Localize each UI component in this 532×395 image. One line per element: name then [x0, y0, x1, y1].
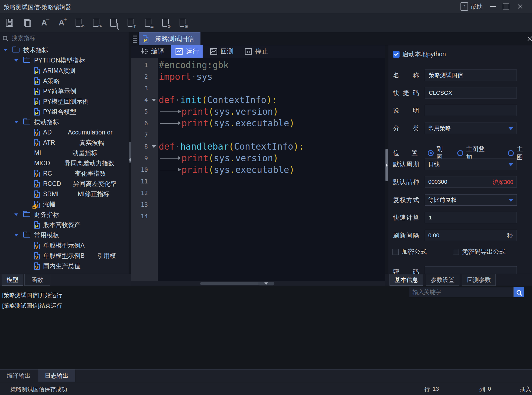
code-line[interactable]: def·init(ContextInfo): — [159, 94, 385, 106]
editor-hscrollbar[interactable] — [131, 281, 385, 286]
run-settings-icon[interactable]: ⚙ — [179, 18, 187, 28]
export-icon[interactable]: ↑ — [127, 18, 135, 28]
code-line[interactable]: print(sys.version) — [159, 152, 385, 164]
editor-tab[interactable]: P 策略测试国信 — [139, 32, 200, 45]
tree-item[interactable]: MI动量指标 — [0, 148, 129, 158]
keyword-search-button[interactable] — [514, 287, 524, 297]
password-field[interactable] — [425, 266, 517, 274]
radio-sub-chart[interactable] — [428, 150, 434, 156]
run-button[interactable]: 运行 — [171, 45, 203, 58]
tree-item[interactable]: PA策略 — [0, 76, 129, 86]
expand-arrow-icon[interactable] — [14, 213, 18, 216]
code-line[interactable] — [159, 129, 385, 141]
expand-arrow-icon[interactable] — [14, 121, 18, 123]
adjust-dropdown[interactable]: 等比前复权 — [425, 194, 517, 206]
find-in-file-icon[interactable] — [109, 18, 118, 28]
code-line[interactable] — [159, 187, 385, 199]
panel-splitter[interactable] — [385, 45, 388, 274]
sidebar-splitter[interactable] — [129, 32, 131, 274]
fold-arrow-icon[interactable] — [152, 99, 156, 101]
tree-folder[interactable]: 摆动指标 — [0, 117, 129, 127]
compile-settings-icon[interactable]: ⚙ — [161, 18, 170, 28]
tree-item[interactable]: V国内生产总值 — [0, 261, 129, 271]
tree-item[interactable]: V单股模型示例A — [0, 240, 129, 251]
radio-main-chart[interactable] — [508, 150, 514, 156]
font-decrease-icon[interactable]: A− — [40, 18, 48, 28]
code-line[interactable] — [159, 199, 385, 210]
tab-log-output[interactable]: 日志输出 — [38, 370, 75, 382]
quick-calc-field[interactable] — [425, 212, 517, 223]
fold-arrow-icon[interactable] — [152, 145, 156, 148]
tree-item[interactable]: PARIMA预测 — [0, 65, 129, 76]
code-line[interactable]: #encoding:gbk — [159, 59, 385, 71]
code-line[interactable]: print(sys.executable) — [159, 117, 385, 129]
description-input[interactable] — [428, 107, 513, 114]
tab-model[interactable]: 模型 — [2, 274, 23, 286]
local-python-checkbox[interactable] — [393, 51, 400, 58]
save-icon[interactable] — [5, 18, 14, 28]
indicator-search-input[interactable] — [11, 34, 126, 42]
backtest-button[interactable]: 回测 — [206, 45, 237, 58]
code-line[interactable] — [159, 210, 385, 222]
tree-item[interactable]: PPY组合模型 — [0, 107, 129, 117]
compile-button[interactable]: 编译 — [137, 45, 168, 58]
tree-folder[interactable]: 常用模板 — [0, 230, 129, 240]
tabbar-grip-icon[interactable] — [133, 35, 137, 43]
minimize-button[interactable] — [487, 0, 499, 13]
symbol-field[interactable]: 000300 沪深300 — [425, 176, 517, 187]
code-line[interactable]: print(sys.version) — [159, 106, 385, 117]
code-line[interactable] — [159, 176, 385, 187]
stop-button[interactable]: 停止 — [241, 45, 272, 58]
export-protect-checkbox[interactable] — [453, 249, 459, 255]
shortcut-input[interactable] — [428, 89, 513, 96]
encrypt-checkbox[interactable] — [392, 249, 399, 255]
font-increase-icon[interactable]: A+ — [57, 18, 66, 28]
expand-arrow-icon[interactable] — [14, 59, 18, 62]
tree-item[interactable]: P股本营收资产 — [0, 220, 129, 230]
code-lines[interactable]: #encoding:gbkimport·sysdef·init(ContextI… — [158, 58, 385, 281]
close-window-button[interactable] — [514, 0, 526, 13]
tree-item[interactable]: VATR真实波幅 — [0, 137, 129, 148]
tab-function[interactable]: 函数 — [24, 274, 50, 286]
tree-item[interactable]: PPY模型回测示例 — [0, 96, 129, 107]
tree-item[interactable]: VRC变化率指数 — [0, 168, 129, 179]
period-dropdown[interactable]: 日线 — [425, 159, 517, 170]
tab-backtest-params[interactable]: 回测参数 — [462, 274, 496, 286]
tree-folder[interactable]: PYTHON模型指标 — [0, 55, 129, 65]
tree-item[interactable]: PPY简单示例 — [0, 86, 129, 96]
keyword-search-input[interactable] — [412, 289, 511, 296]
name-input[interactable] — [428, 72, 513, 79]
tree-item[interactable]: V单股模型示例B引用模 — [0, 251, 129, 261]
tree-item[interactable]: V涨幅 — [0, 199, 129, 209]
collapse-left-icon[interactable] — [129, 158, 131, 162]
maximize-button[interactable] — [500, 0, 512, 13]
radio-main-overlay[interactable] — [457, 150, 463, 156]
tree-folder[interactable]: 财务指标 — [0, 209, 129, 220]
expand-arrow-icon[interactable] — [3, 49, 8, 51]
tree-item[interactable]: VSRMIMI修正指标 — [0, 189, 129, 199]
password-input[interactable] — [428, 268, 513, 274]
refresh-field[interactable]: 0.00 秒 — [425, 230, 517, 241]
code-line[interactable]: def·handlebar(ContextInfo): — [159, 141, 385, 152]
collapse-bottom-icon[interactable] — [258, 282, 274, 285]
tab-parameter-settings[interactable]: 参数设置 — [426, 274, 459, 286]
tab-basic-info[interactable]: 基本信息 — [390, 274, 423, 286]
description-field[interactable] — [425, 105, 517, 116]
undo-icon[interactable]: ↶ — [75, 18, 83, 28]
tree-item[interactable]: MICD异同离差动力指数 — [0, 158, 129, 168]
code-line[interactable] — [159, 83, 385, 94]
name-field[interactable] — [425, 70, 517, 81]
snippet-icon[interactable]: ≡ — [144, 18, 152, 28]
tree-folder[interactable]: 技术指标 — [0, 45, 129, 55]
tree-item[interactable]: VADAccumulation or — [0, 127, 129, 137]
help-button[interactable]: ? 帮助 — [460, 2, 483, 11]
quick-calc-input[interactable] — [428, 214, 513, 221]
code-line[interactable]: import·sys — [159, 71, 385, 83]
shortcut-field[interactable] — [425, 87, 517, 98]
collapse-right-icon[interactable] — [386, 163, 388, 167]
code-area[interactable]: 1234567891011121314 #encoding:gbkimport·… — [131, 58, 385, 281]
expand-arrow-icon[interactable] — [14, 234, 18, 236]
tab-compile-output[interactable]: 编译输出 — [0, 370, 37, 382]
redo-icon[interactable]: ↷ — [92, 18, 100, 28]
category-dropdown[interactable]: 常用策略 — [425, 123, 517, 134]
